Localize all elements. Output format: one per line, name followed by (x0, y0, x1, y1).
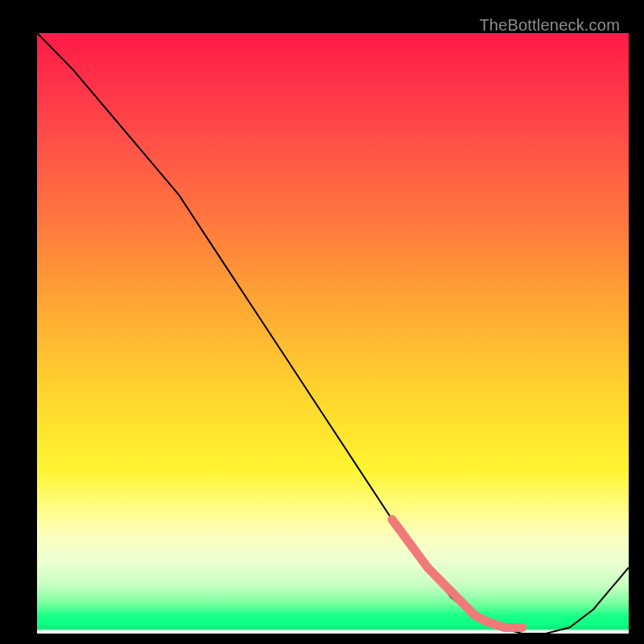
highlight-dot (501, 624, 509, 632)
watermark-label: TheBottleneck.com (479, 16, 620, 35)
highlight-stroke (392, 519, 522, 627)
main-curve (37, 33, 629, 634)
chart-plot-area (37, 33, 629, 634)
highlight-dot (519, 625, 526, 631)
highlight-cluster (392, 519, 526, 631)
chart-svg (37, 33, 629, 634)
chart-frame: TheBottleneck.com (11, 11, 633, 633)
curve-line (37, 33, 629, 634)
highlight-dot (482, 617, 492, 626)
